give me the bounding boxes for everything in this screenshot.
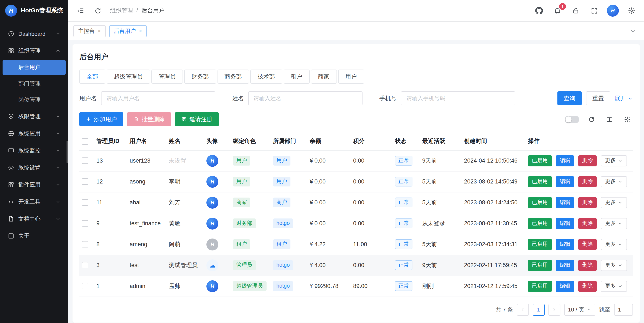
- enabled-button[interactable]: 已启用: [528, 260, 552, 271]
- sidebar-item-dept-mgmt[interactable]: 部门管理: [2, 76, 66, 91]
- row-checkbox[interactable]: [82, 241, 88, 248]
- more-button[interactable]: 更多: [601, 239, 627, 250]
- sidebar-item-org[interactable]: 组织管理: [2, 43, 66, 59]
- close-icon[interactable]: ×: [98, 28, 101, 34]
- sidebar-item-docs[interactable]: 文档中心: [2, 211, 66, 227]
- add-user-button[interactable]: 添加用户: [79, 112, 123, 126]
- breadcrumb-parent[interactable]: 组织管理: [110, 7, 133, 15]
- more-button[interactable]: 更多: [601, 155, 627, 166]
- jump-page-input[interactable]: [614, 303, 633, 315]
- app-logo[interactable]: H HotGo管理系统: [0, 0, 68, 21]
- select-all-checkbox[interactable]: [82, 138, 88, 144]
- next-page-button[interactable]: [548, 303, 560, 315]
- enabled-button[interactable]: 已启用: [528, 280, 552, 292]
- chevron-down-icon: [56, 216, 60, 221]
- main-area: 组织管理 / 后台用户 1: [68, 0, 644, 323]
- invite-register-button[interactable]: 邀请注册: [175, 112, 219, 126]
- tabbar-collapse-button[interactable]: [627, 25, 639, 37]
- page-size-select[interactable]: 10 / 页: [564, 303, 596, 315]
- edit-button[interactable]: 编辑: [556, 197, 574, 208]
- sidebar-item-settings[interactable]: 系统设置: [2, 160, 66, 176]
- github-button[interactable]: [534, 5, 545, 16]
- status-cell: 正常: [392, 150, 420, 171]
- more-button[interactable]: 更多: [601, 280, 627, 292]
- role-tab-7[interactable]: 商家: [311, 70, 337, 84]
- delete-button[interactable]: 删除: [578, 155, 597, 166]
- expand-button[interactable]: 展开: [614, 95, 633, 102]
- sidebar-item-auth[interactable]: 权限管理: [2, 108, 66, 125]
- workspace-tab-console[interactable]: 主控台 ×: [73, 25, 106, 37]
- sidebar-item-apps[interactable]: 系统应用: [2, 125, 66, 142]
- role-tab-3[interactable]: 财务部: [184, 70, 216, 84]
- delete-button[interactable]: 删除: [578, 218, 597, 229]
- search-button[interactable]: 查询: [558, 91, 582, 105]
- sidebar-item-backend-users[interactable]: 后台用户: [2, 60, 66, 75]
- column-settings-button[interactable]: [622, 114, 633, 125]
- enabled-button[interactable]: 已启用: [528, 239, 552, 250]
- enabled-button[interactable]: 已启用: [528, 176, 552, 187]
- edit-button[interactable]: 编辑: [556, 260, 574, 271]
- role-tab-5[interactable]: 技术部: [250, 70, 282, 84]
- column-header: 绑定角色: [230, 132, 270, 150]
- role-tab-2[interactable]: 管理员: [151, 70, 183, 84]
- page-number-button[interactable]: 1: [532, 303, 544, 315]
- user-avatar[interactable]: H: [607, 5, 619, 17]
- row-checkbox[interactable]: [82, 199, 88, 206]
- cell-last-active: 5天前: [420, 234, 462, 255]
- menu-collapse-button[interactable]: [75, 5, 86, 16]
- reload-table-button[interactable]: [586, 114, 597, 125]
- row-checkbox[interactable]: [82, 262, 88, 269]
- enabled-button[interactable]: 已启用: [528, 197, 552, 208]
- row-checkbox[interactable]: [82, 220, 88, 227]
- sidebar-item-post-mgmt[interactable]: 岗位管理: [2, 92, 66, 108]
- sidebar-item-monitor[interactable]: 系统监控: [2, 143, 66, 159]
- sidebar-item-dashboard[interactable]: Dashboard: [2, 26, 66, 42]
- density-button[interactable]: [604, 114, 615, 125]
- row-checkbox[interactable]: [82, 158, 88, 164]
- cell-name: 黄敏: [166, 213, 204, 234]
- more-button[interactable]: 更多: [601, 176, 627, 187]
- role-tab-0[interactable]: 全部: [79, 70, 105, 84]
- refresh-page-button[interactable]: [92, 5, 103, 16]
- lock-icon: [572, 7, 580, 15]
- reset-button[interactable]: 重置: [586, 91, 610, 105]
- row-checkbox[interactable]: [82, 179, 88, 185]
- name-input[interactable]: [248, 91, 362, 105]
- delete-button[interactable]: 删除: [578, 239, 597, 250]
- theme-settings-button[interactable]: [626, 5, 637, 16]
- edit-button[interactable]: 编辑: [556, 280, 574, 292]
- sidebar-item-about[interactable]: 关于: [2, 228, 66, 244]
- more-button[interactable]: 更多: [601, 260, 627, 271]
- phone-input[interactable]: [401, 91, 515, 105]
- sidebar-scrollbar[interactable]: [66, 141, 68, 163]
- edit-button[interactable]: 编辑: [556, 218, 574, 229]
- username-input[interactable]: [101, 91, 215, 105]
- delete-button[interactable]: 删除: [578, 197, 597, 208]
- notifications-button[interactable]: 1: [552, 5, 563, 16]
- more-button[interactable]: 更多: [601, 197, 627, 208]
- enabled-button[interactable]: 已启用: [528, 218, 552, 229]
- role-tab-4[interactable]: 商务部: [217, 70, 249, 84]
- role-tab-1[interactable]: 超级管理员: [106, 70, 150, 84]
- sidebar-item-plugins[interactable]: 插件应用: [2, 177, 66, 193]
- role-tab-6[interactable]: 租户: [284, 70, 310, 84]
- striped-toggle[interactable]: [565, 115, 579, 123]
- row-checkbox[interactable]: [82, 283, 88, 289]
- delete-button[interactable]: 删除: [578, 280, 597, 292]
- batch-delete-button[interactable]: 批量删除: [127, 112, 171, 126]
- lock-screen-button[interactable]: [570, 5, 581, 16]
- fullscreen-button[interactable]: [588, 5, 600, 16]
- workspace-tab-backend-users[interactable]: 后台用户 ×: [109, 25, 147, 37]
- more-button[interactable]: 更多: [601, 218, 627, 229]
- sidebar-item-devtools[interactable]: 开发工具: [2, 194, 66, 210]
- delete-button[interactable]: 删除: [578, 260, 597, 271]
- role-tab-8[interactable]: 用户: [338, 70, 364, 84]
- enabled-button[interactable]: 已启用: [528, 155, 552, 166]
- edit-button[interactable]: 编辑: [556, 176, 574, 187]
- prev-page-button[interactable]: [517, 303, 529, 315]
- delete-button[interactable]: 删除: [578, 176, 597, 187]
- edit-button[interactable]: 编辑: [556, 155, 574, 166]
- close-icon[interactable]: ×: [139, 28, 142, 34]
- edit-button[interactable]: 编辑: [556, 239, 574, 250]
- chevron-left-icon: [520, 307, 526, 312]
